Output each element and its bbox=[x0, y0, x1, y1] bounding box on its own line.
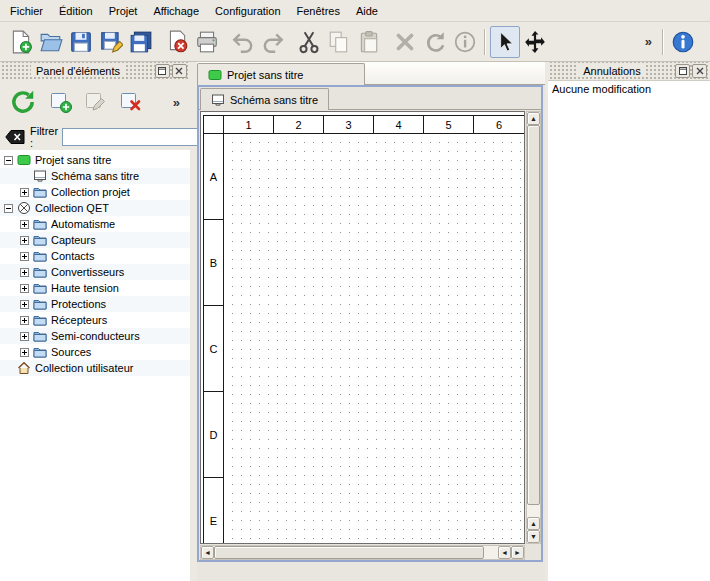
row-header: C bbox=[204, 306, 224, 392]
close-file-button[interactable] bbox=[162, 26, 192, 58]
clear-filter-button[interactable] bbox=[4, 127, 26, 147]
expander-plus-icon[interactable] bbox=[20, 348, 29, 357]
delete-button[interactable] bbox=[390, 26, 420, 58]
float-dock-button[interactable] bbox=[675, 64, 690, 78]
column-header: 6 bbox=[474, 116, 524, 134]
clipboard-icon bbox=[357, 30, 381, 54]
float-dock-button[interactable] bbox=[155, 64, 170, 78]
elements-tree: Projet sans titre Schéma sans titre Coll… bbox=[0, 150, 190, 581]
scroll-up-button[interactable]: ▲ bbox=[527, 112, 540, 125]
close-icon bbox=[695, 66, 705, 76]
select-tool-button[interactable] bbox=[490, 26, 520, 58]
tree-item-contacts[interactable]: Contacts bbox=[0, 248, 190, 264]
tree-item-convertisseurs[interactable]: Convertisseurs bbox=[0, 264, 190, 280]
close-dock-button[interactable] bbox=[692, 64, 707, 78]
menu-fichier[interactable]: Fichier bbox=[2, 0, 51, 21]
main-toolbar: » bbox=[0, 22, 710, 62]
element-infos-button[interactable] bbox=[450, 26, 480, 58]
print-button[interactable] bbox=[192, 26, 222, 58]
tab-schema-sans-titre[interactable]: Schéma sans titre bbox=[200, 88, 329, 110]
folder-icon bbox=[33, 233, 47, 247]
diagram-properties-button[interactable] bbox=[668, 26, 698, 58]
project-tabbar: Projet sans titre bbox=[197, 62, 545, 85]
tree-item-sources[interactable]: Sources bbox=[0, 344, 190, 360]
tree-item-automatisme[interactable]: Automatisme bbox=[0, 216, 190, 232]
info-gray-icon bbox=[453, 30, 477, 54]
cut-button[interactable] bbox=[294, 26, 324, 58]
edit-element-button[interactable] bbox=[80, 85, 112, 119]
reload-collections-button[interactable] bbox=[4, 83, 42, 121]
expander-plus-icon[interactable] bbox=[20, 284, 29, 293]
scroll-down-button[interactable]: ▼ bbox=[527, 530, 540, 543]
expander-plus-icon[interactable] bbox=[20, 252, 29, 261]
save-button[interactable] bbox=[66, 26, 96, 58]
diagram-canvas[interactable]: 1 2 3 4 5 6 A B C D E bbox=[200, 111, 525, 544]
expander-plus-icon[interactable] bbox=[20, 332, 29, 341]
tree-item-semi-conducteurs[interactable]: Semi-conducteurs bbox=[0, 328, 190, 344]
tree-item-projet-sans-titre[interactable]: Projet sans titre bbox=[0, 152, 190, 168]
panel-overflow-button[interactable]: » bbox=[167, 95, 186, 110]
menu-configuration[interactable]: Configuration bbox=[207, 0, 288, 21]
expander-plus-icon[interactable] bbox=[20, 188, 29, 197]
elements-panel-title: Panel d'éléments bbox=[31, 65, 125, 77]
column-header: 4 bbox=[374, 116, 424, 134]
vertical-scrollbar[interactable]: ▲ ▲ ▼ bbox=[526, 111, 541, 544]
scroll-right-button[interactable]: ► bbox=[511, 546, 524, 559]
horizontal-scrollbar[interactable]: ◄ ◄ ► bbox=[200, 545, 525, 560]
scroll-left-button-2[interactable]: ◄ bbox=[498, 546, 511, 559]
tree-item-haute-tension[interactable]: Haute tension bbox=[0, 280, 190, 296]
save-as-button[interactable] bbox=[96, 26, 126, 58]
project-icon bbox=[208, 68, 222, 82]
toolbar-overflow-button[interactable]: » bbox=[639, 34, 658, 49]
open-project-button[interactable] bbox=[36, 26, 66, 58]
tree-item-schema-sans-titre[interactable]: Schéma sans titre bbox=[0, 168, 190, 184]
expander-plus-icon[interactable] bbox=[20, 300, 29, 309]
dot-grid[interactable] bbox=[224, 134, 524, 544]
paste-button[interactable] bbox=[354, 26, 384, 58]
tree-item-collection-projet[interactable]: Collection projet bbox=[0, 184, 190, 200]
move-tool-button[interactable] bbox=[520, 26, 550, 58]
scroll-up-button-2[interactable]: ▲ bbox=[527, 517, 540, 530]
menu-aide[interactable]: Aide bbox=[348, 0, 386, 21]
expander-plus-icon[interactable] bbox=[20, 316, 29, 325]
tree-item-collection-utilisateur[interactable]: Collection utilisateur bbox=[0, 360, 190, 376]
expander-plus-icon[interactable] bbox=[20, 236, 29, 245]
horizontal-scroll-thumb[interactable] bbox=[214, 546, 484, 559]
save-all-button[interactable] bbox=[126, 26, 156, 58]
menu-affichage[interactable]: Affichage bbox=[145, 0, 207, 21]
new-project-button[interactable] bbox=[6, 26, 36, 58]
new-element-button[interactable] bbox=[45, 85, 77, 119]
vertical-scroll-track[interactable] bbox=[527, 125, 540, 517]
menu-projet[interactable]: Projet bbox=[101, 0, 146, 21]
tree-item-label: Capteurs bbox=[51, 234, 96, 246]
vertical-scroll-thumb[interactable] bbox=[527, 125, 540, 505]
menu-fenetres[interactable]: Fenêtres bbox=[289, 0, 348, 21]
tree-item-label: Collection utilisateur bbox=[35, 362, 133, 374]
expander-plus-icon[interactable] bbox=[20, 220, 29, 229]
undo-button[interactable] bbox=[228, 26, 258, 58]
folder-icon bbox=[33, 265, 47, 279]
folder-icon bbox=[33, 185, 47, 199]
expander-minus-icon[interactable] bbox=[4, 156, 13, 165]
horizontal-scroll-track[interactable] bbox=[214, 546, 498, 559]
scroll-left-button[interactable]: ◄ bbox=[201, 546, 214, 559]
rotate-button[interactable] bbox=[420, 26, 450, 58]
menu-edition[interactable]: Édition bbox=[51, 0, 101, 21]
expander-plus-icon[interactable] bbox=[20, 268, 29, 277]
expander-minus-icon[interactable] bbox=[4, 204, 13, 213]
undo-history-item[interactable]: Aucune modification bbox=[548, 81, 710, 97]
close-dock-button[interactable] bbox=[172, 64, 187, 78]
toolbar-separator bbox=[484, 29, 486, 55]
tree-item-recepteurs[interactable]: Récepteurs bbox=[0, 312, 190, 328]
tab-projet-sans-titre[interactable]: Projet sans titre bbox=[197, 63, 365, 85]
tree-item-capteurs[interactable]: Capteurs bbox=[0, 232, 190, 248]
delete-element-button[interactable] bbox=[115, 85, 147, 119]
open-folder-icon bbox=[39, 30, 63, 54]
tree-item-protections[interactable]: Protections bbox=[0, 296, 190, 312]
tree-item-label: Semi-conducteurs bbox=[51, 330, 140, 342]
redo-button[interactable] bbox=[258, 26, 288, 58]
tree-item-collection-qet[interactable]: Collection QET bbox=[0, 200, 190, 216]
elements-panel-toolbar: » bbox=[0, 80, 190, 124]
undo-history-list: Aucune modification bbox=[548, 80, 710, 581]
copy-button[interactable] bbox=[324, 26, 354, 58]
